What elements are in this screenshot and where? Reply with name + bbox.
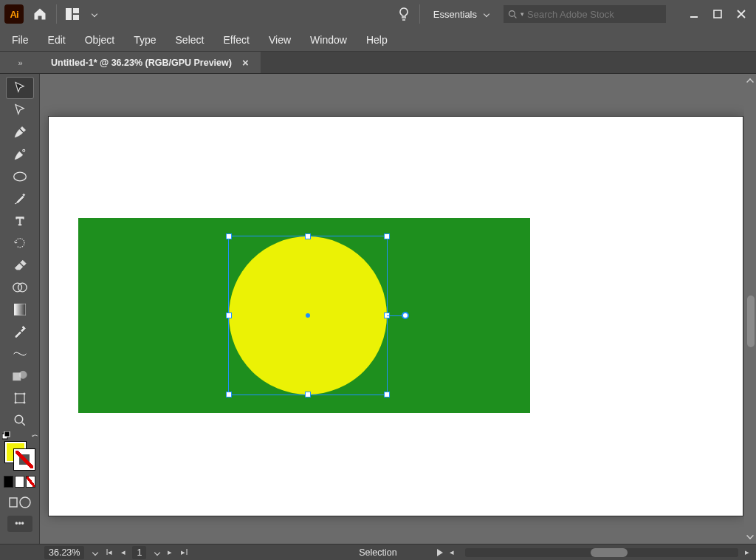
color-mode-solid[interactable] [4, 476, 13, 488]
default-colors-icon[interactable] [2, 431, 10, 439]
rotate-tool[interactable] [6, 232, 34, 254]
tools-panel: ⤺ ••• [0, 74, 40, 544]
resize-handle-tr[interactable] [384, 233, 390, 239]
menu-effect[interactable]: Effect [214, 31, 258, 49]
svg-rect-1 [73, 8, 79, 13]
width-tool[interactable] [6, 343, 34, 365]
pen-tool[interactable] [6, 121, 34, 143]
menu-window[interactable]: Window [301, 31, 356, 49]
resize-handle-bl[interactable] [226, 392, 232, 397]
artboard-number[interactable]: 1 [132, 546, 146, 559]
document-tab-strip: Untitled-1* @ 36.23% (RGB/GPU Preview) × [0, 52, 756, 74]
chevron-down-icon [484, 11, 489, 17]
horizontal-scrollbar[interactable] [465, 548, 738, 557]
svg-point-7 [13, 172, 26, 181]
hscroll-left-button[interactable]: ◂ [447, 547, 456, 557]
chevron-down-icon[interactable] [92, 11, 97, 17]
selection-rotate-handle[interactable] [402, 312, 409, 319]
chevron-down-icon[interactable] [92, 549, 98, 555]
menu-bar: File Edit Object Type Select Effect View… [0, 28, 756, 52]
artboard-first-button[interactable]: I◂ [103, 547, 114, 557]
menu-select[interactable]: Select [167, 31, 213, 49]
vertical-scrollbar[interactable] [744, 74, 756, 544]
scroll-down-icon[interactable] [746, 532, 754, 539]
svg-point-18 [20, 497, 30, 508]
title-bar: Ai Essentials ▾ [0, 0, 756, 28]
hscroll-right-button[interactable]: ▸ [743, 547, 752, 557]
selection-bounds[interactable] [228, 236, 388, 395]
resize-handle-bm[interactable] [305, 392, 311, 397]
ellipse-tool[interactable] [6, 165, 34, 188]
paintbrush-tool[interactable] [6, 188, 34, 210]
zoom-value: 36.23% [49, 547, 80, 558]
artboard-tool[interactable] [6, 387, 34, 409]
document-tab-title: Untitled-1* @ 36.23% (RGB/GPU Preview) [51, 58, 232, 68]
close-button[interactable] [731, 7, 752, 21]
chevron-down-icon: ▾ [520, 10, 524, 18]
selection-tool[interactable] [6, 77, 34, 99]
eraser-tool[interactable] [6, 254, 34, 276]
artboard-next-button[interactable]: ▸ [165, 547, 174, 557]
current-tool-label: Selection [359, 547, 396, 558]
maximize-button[interactable] [707, 7, 728, 21]
blend-tool[interactable] [6, 365, 34, 387]
stroke-color-swatch[interactable] [14, 449, 35, 470]
resize-handle-tm[interactable] [305, 233, 311, 239]
divider [419, 4, 420, 24]
close-tab-button[interactable]: × [241, 56, 250, 69]
shape-builder-tool[interactable] [6, 276, 34, 298]
swap-colors-icon[interactable]: ⤺ [32, 431, 38, 440]
curvature-tool[interactable] [6, 143, 34, 165]
edit-toolbar-button[interactable]: ••• [7, 516, 32, 532]
menu-file[interactable]: File [3, 31, 38, 49]
resize-handle-ml[interactable] [226, 313, 232, 318]
minimize-button[interactable] [684, 7, 704, 21]
stock-search-input[interactable] [527, 9, 662, 20]
svg-rect-4 [690, 16, 698, 18]
color-mode-gradient[interactable] [15, 476, 24, 488]
gradient-tool[interactable] [6, 298, 34, 321]
color-mode-row [4, 476, 36, 488]
menu-edit[interactable]: Edit [39, 31, 75, 49]
workspace-label: Essentials [433, 9, 477, 20]
svg-rect-0 [66, 8, 72, 20]
document-tab[interactable]: Untitled-1* @ 36.23% (RGB/GPU Preview) × [41, 52, 261, 73]
fill-stroke-swatches[interactable]: ⤺ [4, 437, 36, 470]
menu-help[interactable]: Help [357, 31, 396, 49]
menu-type[interactable]: Type [125, 31, 165, 49]
divider [56, 4, 57, 24]
scroll-thumb[interactable] [591, 548, 628, 557]
artboard[interactable] [49, 117, 743, 516]
home-button[interactable] [31, 5, 49, 23]
chevron-down-icon[interactable] [154, 549, 160, 555]
arrange-documents-button[interactable] [64, 7, 80, 21]
draw-mode-switch[interactable] [7, 494, 32, 511]
menu-object[interactable]: Object [76, 31, 123, 49]
type-tool[interactable] [6, 210, 34, 232]
canvas-viewport[interactable] [40, 74, 756, 544]
direct-selection-tool[interactable] [6, 99, 34, 121]
scroll-up-icon[interactable] [746, 78, 754, 86]
toolbar-expand-toggle[interactable]: » [0, 52, 41, 74]
selection-center-icon [306, 313, 310, 318]
svg-point-14 [15, 415, 23, 423]
status-popup-icon[interactable] [437, 549, 443, 556]
artboard-prev-button[interactable]: ◂ [119, 547, 128, 557]
search-icon [508, 10, 518, 19]
resize-handle-br[interactable] [384, 392, 390, 397]
resize-handle-tl[interactable] [226, 233, 232, 239]
eyedropper-tool[interactable] [6, 321, 34, 343]
selection-rotate-line [387, 315, 403, 316]
zoom-tool[interactable] [6, 409, 34, 431]
artboard-last-button[interactable]: ▸I [179, 547, 190, 557]
color-mode-none[interactable] [26, 476, 35, 488]
stock-search[interactable]: ▾ [504, 5, 666, 23]
discover-button[interactable] [396, 6, 412, 22]
scroll-thumb[interactable] [747, 296, 755, 347]
workspace-switcher[interactable]: Essentials [427, 9, 496, 20]
svg-point-3 [509, 10, 515, 16]
zoom-level[interactable]: 36.23% [44, 546, 84, 559]
svg-rect-17 [10, 498, 17, 507]
window-controls [684, 7, 752, 21]
menu-view[interactable]: View [260, 31, 300, 49]
